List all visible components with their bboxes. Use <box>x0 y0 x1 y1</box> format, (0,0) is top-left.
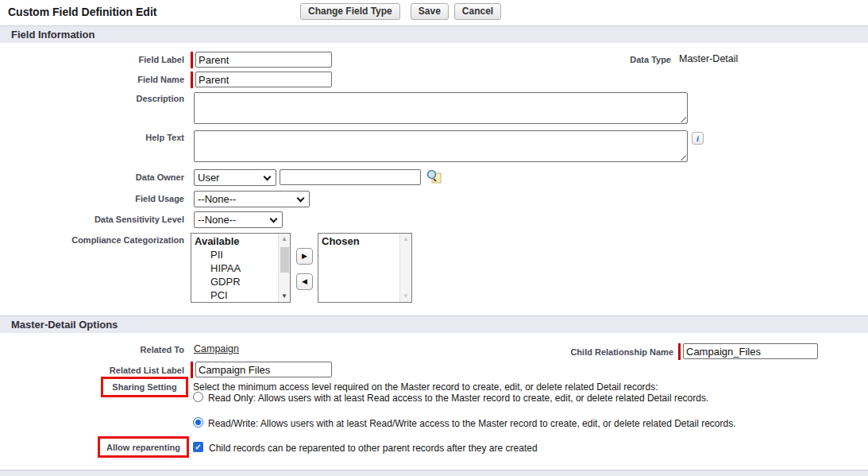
required-bar <box>678 343 681 360</box>
required-bar <box>191 52 193 68</box>
listbox-option[interactable]: PII <box>191 248 278 261</box>
listbox-header: Available <box>191 234 278 248</box>
move-left-button[interactable]: ◀ <box>296 273 313 290</box>
child-relationship-name-label: Child Relationship Name <box>476 347 673 357</box>
data-sensitivity-level-select[interactable]: --None-- <box>194 211 283 228</box>
help-text-label: Help Text <box>10 133 184 142</box>
required-bar <box>191 72 193 88</box>
next-section-strip <box>0 470 868 476</box>
data-owner-lookup-input[interactable] <box>280 169 421 185</box>
related-to-link[interactable]: Campaign <box>194 343 239 354</box>
move-right-button[interactable]: ▶ <box>296 248 313 265</box>
description-textarea[interactable] <box>194 92 688 124</box>
data-type-label: Data Type <box>556 55 671 64</box>
data-sensitivity-level-label: Data Sensitivity Level <box>10 215 184 224</box>
field-usage-select[interactable]: --None-- <box>194 191 310 207</box>
info-icon[interactable]: i <box>692 132 704 145</box>
related-to-label: Related To <box>10 345 184 354</box>
required-bar <box>191 362 193 378</box>
left-arrow-icon: ◀ <box>302 277 307 285</box>
read-only-radio[interactable] <box>193 392 203 402</box>
chosen-listbox[interactable]: Chosen ▲ ▼ <box>318 233 412 303</box>
read-write-radio[interactable] <box>193 417 203 428</box>
field-name-input[interactable] <box>195 72 332 87</box>
reparenting-checkbox-label: Child records can be reparented to other… <box>209 443 538 454</box>
data-sensitivity-selected-value: --None-- <box>198 214 236 226</box>
lookup-icon[interactable] <box>426 169 442 184</box>
data-type-value: Master-Detail <box>679 53 738 64</box>
related-list-label-label: Related List Label <box>10 366 184 375</box>
allow-reparenting-annotation-box: Allow reparenting <box>98 436 189 458</box>
related-list-label-input[interactable] <box>195 362 332 377</box>
scroll-up-icon[interactable]: ▲ <box>279 234 291 245</box>
read-write-radio-label: Read/Write: Allows users with at least R… <box>208 418 736 429</box>
listbox-option[interactable]: PCI <box>191 288 278 302</box>
sharing-setting-label: Sharing Setting <box>112 382 176 392</box>
reparenting-checkbox[interactable]: ✓ <box>193 442 203 452</box>
field-name-label: Field Name <box>10 75 184 84</box>
cancel-button[interactable]: Cancel <box>454 3 501 20</box>
custom-field-definition-edit-page: Custom Field Definition Edit Change Fiel… <box>0 0 868 476</box>
field-label-input[interactable] <box>195 52 332 68</box>
description-label: Description <box>10 94 184 103</box>
scroll-down-icon: ▼ <box>400 291 412 302</box>
page-title: Custom Field Definition Edit <box>8 6 156 18</box>
scrollbar[interactable]: ▲ ▼ <box>278 234 290 302</box>
chevron-down-icon <box>297 195 305 203</box>
listbox-option[interactable]: GDPR <box>191 275 278 288</box>
available-listbox[interactable]: Available PII HIPAA GDPR PCI ▲ ▼ <box>191 233 291 303</box>
field-usage-label: Field Usage <box>10 194 184 203</box>
listbox-header: Chosen <box>318 234 399 248</box>
scroll-down-icon[interactable]: ▼ <box>279 291 291 302</box>
data-owner-type-select[interactable]: User <box>194 169 276 186</box>
chevron-down-icon <box>264 173 272 181</box>
sharing-setting-description: Select the minimum access level required… <box>193 381 658 393</box>
scroll-thumb[interactable] <box>280 247 289 273</box>
resize-grip-icon[interactable] <box>679 153 686 161</box>
compliance-categorization-label: Compliance Categorization <box>10 235 184 245</box>
resize-grip-icon[interactable] <box>679 115 686 122</box>
scrollbar[interactable]: ▲ ▼ <box>399 234 411 302</box>
scroll-up-icon: ▲ <box>400 234 412 245</box>
read-only-radio-label: Read Only: Allows users with at least Re… <box>208 393 708 404</box>
change-field-type-button[interactable]: Change Field Type <box>300 3 400 20</box>
data-owner-label: Data Owner <box>10 172 184 182</box>
field-label-label: Field Label <box>10 55 184 64</box>
field-usage-selected-value: --None-- <box>198 193 236 205</box>
toolbar: Change Field Type Save Cancel <box>300 3 507 20</box>
help-text-textarea[interactable] <box>194 130 688 162</box>
allow-reparenting-label: Allow reparenting <box>106 443 180 452</box>
listbox-option[interactable]: HIPAA <box>191 261 278 275</box>
sharing-setting-annotation-box: Sharing Setting <box>101 377 188 397</box>
save-button[interactable]: Save <box>411 3 449 20</box>
chevron-down-icon <box>270 215 278 223</box>
child-relationship-name-input[interactable] <box>683 343 818 359</box>
data-owner-selected-value: User <box>198 172 219 184</box>
section-header-field-information: Field Information <box>0 25 868 43</box>
section-header-master-detail-options: Master-Detail Options <box>0 315 868 333</box>
right-arrow-icon: ▶ <box>302 252 307 260</box>
